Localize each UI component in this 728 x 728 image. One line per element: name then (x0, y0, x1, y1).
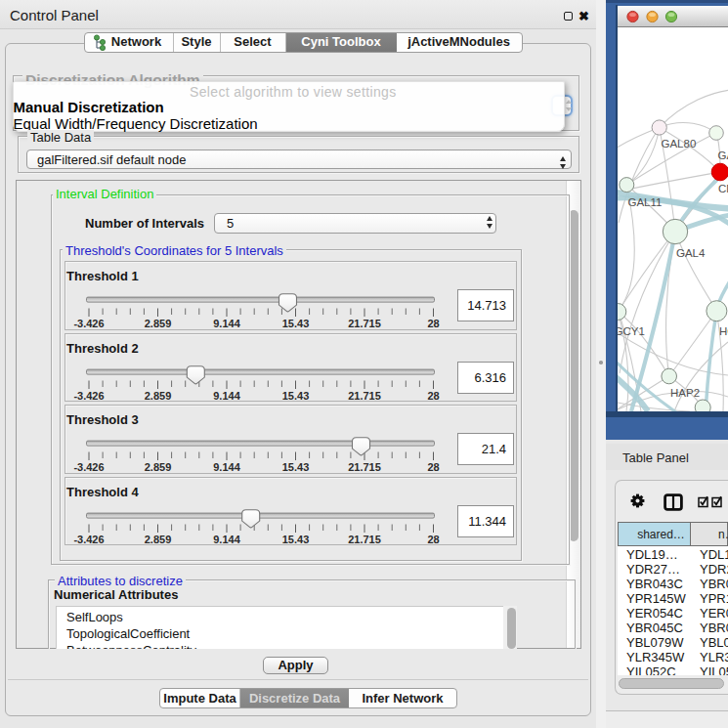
svg-text:GCY1: GCY1 (618, 325, 645, 337)
svg-text:GAL11: GAL11 (628, 196, 663, 208)
svg-text:GAL4: GAL4 (676, 247, 706, 259)
svg-text:28: 28 (427, 534, 439, 545)
svg-text:-3.426: -3.426 (73, 318, 104, 329)
svg-text:CDC2: CDC2 (718, 183, 728, 194)
svg-text:9.144: 9.144 (213, 318, 240, 329)
svg-text:21.715: 21.715 (348, 390, 381, 402)
svg-text:9.144: 9.144 (213, 461, 240, 473)
svg-text:21.715: 21.715 (348, 534, 381, 545)
svg-text:9.144: 9.144 (213, 534, 240, 545)
svg-text:-3.426: -3.426 (73, 390, 104, 402)
svg-text:2.859: 2.859 (144, 461, 171, 473)
svg-text:28: 28 (427, 461, 439, 473)
svg-text:15.43: 15.43 (281, 461, 309, 473)
svg-text:HAP2: HAP2 (670, 387, 700, 399)
svg-text:28: 28 (427, 318, 439, 329)
svg-text:9.144: 9.144 (213, 390, 240, 402)
svg-text:15.43: 15.43 (281, 390, 309, 402)
svg-text:GAL2: GAL2 (718, 150, 728, 161)
svg-text:-3.426: -3.426 (73, 461, 104, 473)
svg-text:2.859: 2.859 (144, 318, 171, 329)
svg-text:28: 28 (427, 390, 439, 402)
svg-text:2.859: 2.859 (144, 534, 171, 545)
svg-text:15.43: 15.43 (281, 534, 309, 545)
svg-text:-3.426: -3.426 (73, 534, 104, 545)
svg-text:15.43: 15.43 (281, 318, 309, 329)
svg-text:21.715: 21.715 (348, 318, 381, 329)
svg-text:21.715: 21.715 (348, 461, 381, 473)
svg-text:GAL80: GAL80 (662, 138, 697, 150)
svg-text:HO: HO (719, 325, 728, 337)
svg-text:2.859: 2.859 (144, 390, 171, 402)
